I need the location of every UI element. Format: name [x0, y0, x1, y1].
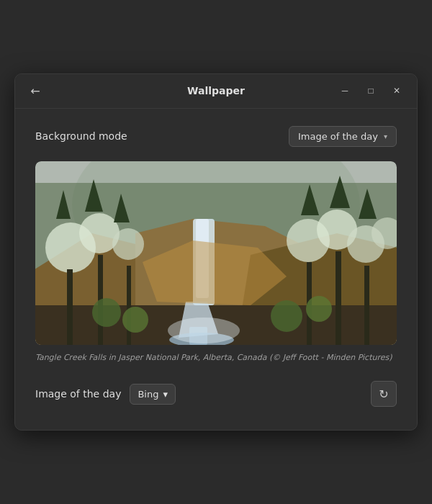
wallpaper-preview — [35, 161, 397, 345]
svg-point-26 — [92, 298, 121, 327]
svg-rect-23 — [336, 251, 341, 345]
svg-point-27 — [122, 307, 148, 333]
svg-point-14 — [112, 228, 144, 260]
image-of-day-row: Image of the day Bing ▾ ↻ — [35, 381, 397, 407]
window-title: Wallpaper — [187, 85, 245, 96]
background-mode-row: Background mode Image of the day ▾ — [35, 126, 397, 147]
maximize-button[interactable]: □ — [359, 79, 382, 102]
image-caption: Tangle Creek Falls in Jasper National Pa… — [35, 352, 397, 364]
background-mode-dropdown[interactable]: Image of the day ▾ — [289, 126, 397, 147]
bing-label: Bing — [138, 389, 158, 400]
window-controls: ─ □ ✕ — [333, 79, 408, 102]
image-of-day-label: Image of the day — [35, 388, 121, 400]
svg-rect-19 — [67, 269, 73, 345]
content-area: Background mode Image of the day ▾ — [15, 109, 417, 431]
bing-dropdown[interactable]: Bing ▾ — [130, 384, 176, 405]
background-mode-label: Background mode — [35, 130, 127, 142]
window: ← Wallpaper ─ □ ✕ Background mode Image … — [14, 73, 418, 431]
back-button[interactable]: ← — [24, 79, 47, 102]
svg-point-30 — [168, 318, 240, 343]
refresh-icon: ↻ — [379, 387, 388, 401]
refresh-button[interactable]: ↻ — [371, 381, 397, 407]
svg-rect-21 — [127, 266, 131, 345]
chevron-down-icon: ▾ — [163, 389, 168, 400]
svg-point-28 — [271, 300, 302, 332]
chevron-down-icon: ▾ — [384, 132, 387, 140]
minimize-button[interactable]: ─ — [333, 79, 356, 102]
background-mode-value: Image of the day — [298, 131, 378, 142]
svg-point-29 — [306, 296, 332, 322]
close-button[interactable]: ✕ — [385, 79, 408, 102]
back-icon: ← — [30, 84, 40, 98]
svg-rect-24 — [364, 266, 369, 345]
titlebar: ← Wallpaper ─ □ ✕ — [15, 74, 417, 109]
wallpaper-image — [35, 161, 397, 345]
